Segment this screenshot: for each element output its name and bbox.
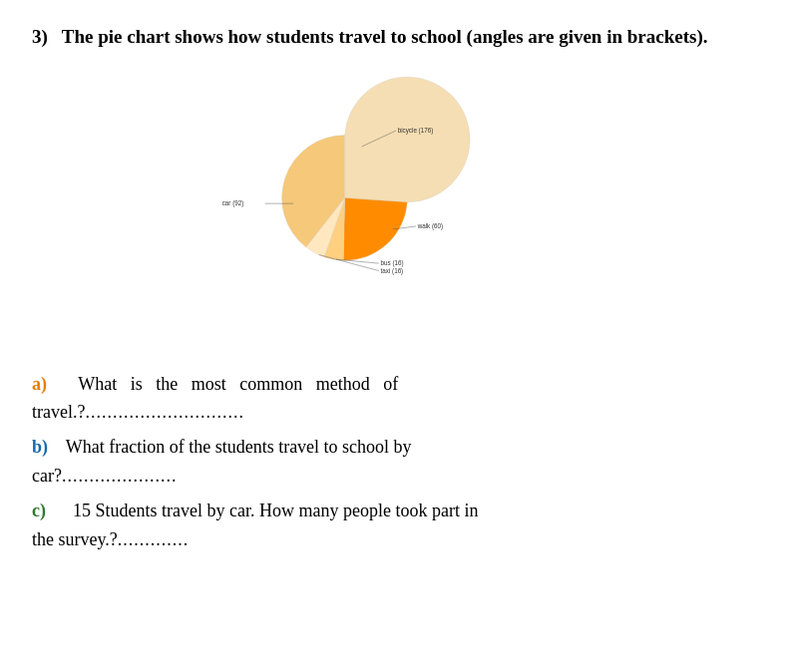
part-c: c) 15 Students travel by car. How many p… (32, 497, 760, 554)
question-number: 3) (32, 26, 48, 47)
part-b: b) What fraction of the students travel … (32, 433, 760, 491)
part-c-text: 15 Students travel by car. How many peop… (73, 501, 478, 520)
part-b-dots: ..................... (62, 466, 178, 486)
segment-walk (343, 197, 407, 260)
chart-container: bicycle (176) walk (60) bus (16) taxi (1… (32, 67, 760, 346)
question-title: The pie chart shows how students travel … (62, 26, 708, 47)
part-a-dots: ............................. (85, 402, 244, 422)
part-a-text: What is the most common method of (78, 374, 398, 394)
label-walk: walk (60) (417, 222, 443, 230)
part-a: a) What is the most common method of tra… (32, 370, 760, 428)
segment-bicycle (345, 77, 471, 202)
label-taxi: taxi (16) (381, 266, 404, 274)
pie-wrapper: bicycle (176) walk (60) bus (16) taxi (1… (187, 77, 605, 336)
question-header: 3) The pie chart shows how students trav… (32, 24, 760, 51)
part-a-inline: travel.?............................. (32, 402, 244, 422)
label-bicycle: bicycle (176) (398, 127, 434, 135)
label-car: car (92) (222, 199, 244, 207)
question-container: 3) The pie chart shows how students trav… (32, 24, 760, 553)
part-c-label: c) (32, 501, 46, 520)
part-b-label: b) (32, 437, 48, 457)
pie-chart-svg: bicycle (176) walk (60) bus (16) taxi (1… (276, 77, 516, 336)
label-bus: bus (16) (381, 259, 404, 267)
part-c-dots: ............. (118, 529, 190, 549)
part-a-label: a) (32, 374, 47, 394)
part-c-inline: the survey.?............. (32, 529, 189, 549)
svg-line-2 (336, 259, 379, 263)
part-b-inline: car?..................... (32, 466, 177, 486)
part-b-text: What fraction of the students travel to … (66, 437, 412, 457)
